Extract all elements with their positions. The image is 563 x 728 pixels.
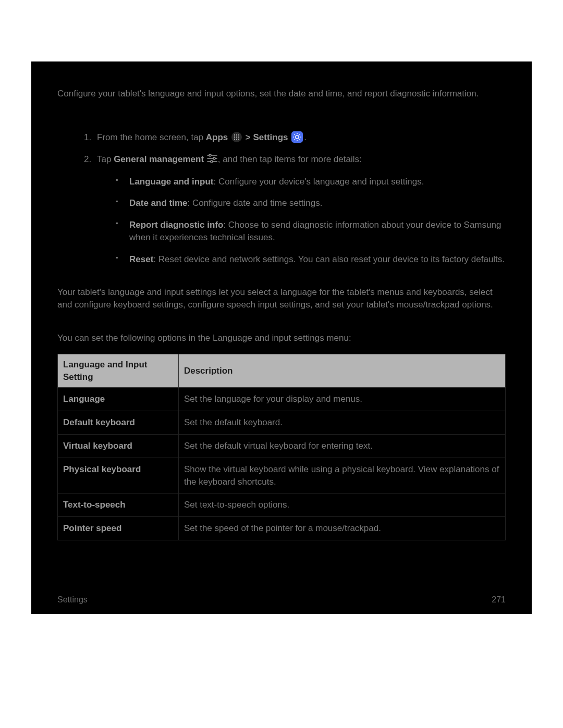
- step-1: From the home screen, tap Apps > Setting…: [94, 131, 506, 144]
- step-1-suffix: .: [304, 132, 307, 142]
- document-page-wrapper: Configure your tablet's language and inp…: [0, 0, 563, 645]
- breadcrumb-separator: >: [246, 132, 253, 142]
- bullet-desc: : Configure date and time settings.: [187, 198, 322, 208]
- language-input-table: Language and Input Setting Description L…: [57, 354, 506, 540]
- step-2-prefix: Tap: [97, 154, 114, 164]
- table-row: Text-to-speech Set text-to-speech option…: [58, 493, 506, 517]
- step-1-prefix: From the home screen, tap: [97, 132, 206, 142]
- table-row: Virtual keyboard Set the default virtual…: [58, 435, 506, 458]
- document-page: Configure your tablet's language and inp…: [31, 61, 532, 614]
- setting-name: Physical keyboard: [58, 458, 179, 493]
- svg-point-6: [211, 161, 213, 163]
- setting-desc: Set text-to-speech options.: [178, 493, 505, 517]
- setting-desc: Show the virtual keyboard while using a …: [178, 458, 505, 493]
- options-bullets: Language and input: Configure your devic…: [97, 176, 506, 266]
- table-row: Pointer speed Set the speed of the point…: [58, 517, 506, 540]
- bullet-name: Report diagnostic info: [129, 220, 223, 230]
- table-intro: You can set the following options in the…: [57, 332, 506, 344]
- settings-label: Settings: [253, 132, 288, 142]
- setting-desc: Set the default virtual keyboard for ent…: [178, 435, 505, 458]
- page-footer: Settings 271: [57, 594, 506, 606]
- setting-name: Pointer speed: [58, 517, 179, 540]
- footer-section-label: Settings: [57, 594, 88, 606]
- bullet-desc: : Configure your device's language and i…: [214, 177, 424, 187]
- general-management-label: General management: [114, 154, 204, 164]
- header-description: Description: [178, 354, 505, 388]
- settings-gear-icon: [291, 131, 303, 143]
- setting-name: Text-to-speech: [58, 493, 179, 517]
- table-row: Language Set the language for your displ…: [58, 388, 506, 411]
- language-input-intro: Your tablet's language and input setting…: [57, 286, 506, 311]
- intro-paragraph: Configure your tablet's language and inp…: [57, 88, 506, 100]
- setting-desc: Set the default keyboard.: [178, 411, 505, 435]
- header-setting: Language and Input Setting: [58, 354, 179, 388]
- bullet-desc: : Reset device and network settings. You…: [153, 254, 505, 264]
- table-row: Default keyboard Set the default keyboar…: [58, 411, 506, 435]
- svg-point-0: [296, 135, 299, 139]
- sliders-icon: [206, 153, 218, 166]
- step-2-suffix: , and then tap items for more details:: [218, 154, 362, 164]
- step-2: Tap General management , and then tap it…: [94, 153, 506, 266]
- table-row: Physical keyboard Show the virtual keybo…: [58, 458, 506, 493]
- bullet-name: Date and time: [129, 198, 187, 208]
- svg-point-2: [209, 154, 211, 156]
- setting-name: Language: [58, 388, 179, 411]
- apps-label: Apps: [206, 132, 228, 142]
- bullet-name: Reset: [129, 254, 153, 264]
- bullet-language-and-input: Language and input: Configure your devic…: [116, 176, 506, 188]
- bullet-date-and-time: Date and time: Configure date and time s…: [116, 197, 506, 209]
- bullet-name: Language and input: [129, 177, 214, 187]
- apps-icon: [231, 132, 242, 142]
- page-number: 271: [492, 594, 506, 606]
- table-header-row: Language and Input Setting Description: [58, 354, 506, 388]
- setting-desc: Set the speed of the pointer for a mouse…: [178, 517, 505, 540]
- steps-list: From the home screen, tap Apps > Setting…: [57, 131, 506, 266]
- setting-desc: Set the language for your display and me…: [178, 388, 505, 411]
- setting-name: Virtual keyboard: [58, 435, 179, 458]
- bullet-reset: Reset: Reset device and network settings…: [116, 253, 506, 266]
- bullet-report-diagnostic: Report diagnostic info: Choose to send d…: [116, 219, 506, 244]
- setting-name: Default keyboard: [58, 411, 179, 435]
- svg-point-4: [213, 157, 215, 159]
